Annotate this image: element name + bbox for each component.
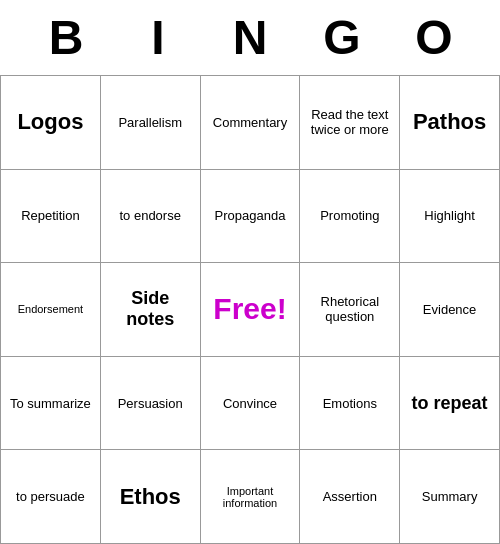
bingo-cell-13[interactable]: Rhetorical question xyxy=(300,263,400,357)
bingo-title-row: B I N G O xyxy=(0,0,500,75)
bingo-cell-2[interactable]: Commentary xyxy=(201,76,301,170)
bingo-cell-8[interactable]: Promoting xyxy=(300,170,400,264)
bingo-cell-19[interactable]: to repeat xyxy=(400,357,500,451)
title-n: N xyxy=(204,10,296,65)
bingo-cell-3[interactable]: Read the text twice or more xyxy=(300,76,400,170)
title-g: G xyxy=(296,10,388,65)
bingo-cell-7[interactable]: Propaganda xyxy=(201,170,301,264)
bingo-grid: LogosParallelismCommentaryRead the text … xyxy=(0,75,500,544)
bingo-cell-18[interactable]: Emotions xyxy=(300,357,400,451)
bingo-cell-1[interactable]: Parallelism xyxy=(101,76,201,170)
bingo-cell-0[interactable]: Logos xyxy=(1,76,101,170)
title-i: I xyxy=(112,10,204,65)
bingo-cell-17[interactable]: Convince xyxy=(201,357,301,451)
bingo-cell-11[interactable]: Side notes xyxy=(101,263,201,357)
bingo-cell-15[interactable]: To summarize xyxy=(1,357,101,451)
bingo-cell-6[interactable]: to endorse xyxy=(101,170,201,264)
bingo-cell-22[interactable]: Important information xyxy=(201,450,301,544)
bingo-cell-20[interactable]: to persuade xyxy=(1,450,101,544)
bingo-cell-10[interactable]: Endorsement xyxy=(1,263,101,357)
bingo-cell-5[interactable]: Repetition xyxy=(1,170,101,264)
bingo-cell-16[interactable]: Persuasion xyxy=(101,357,201,451)
bingo-cell-12[interactable]: Free! xyxy=(201,263,301,357)
title-o: O xyxy=(388,10,480,65)
bingo-cell-23[interactable]: Assertion xyxy=(300,450,400,544)
title-b: B xyxy=(20,10,112,65)
bingo-cell-4[interactable]: Pathos xyxy=(400,76,500,170)
bingo-cell-24[interactable]: Summary xyxy=(400,450,500,544)
bingo-cell-9[interactable]: Highlight xyxy=(400,170,500,264)
bingo-cell-21[interactable]: Ethos xyxy=(101,450,201,544)
bingo-cell-14[interactable]: Evidence xyxy=(400,263,500,357)
